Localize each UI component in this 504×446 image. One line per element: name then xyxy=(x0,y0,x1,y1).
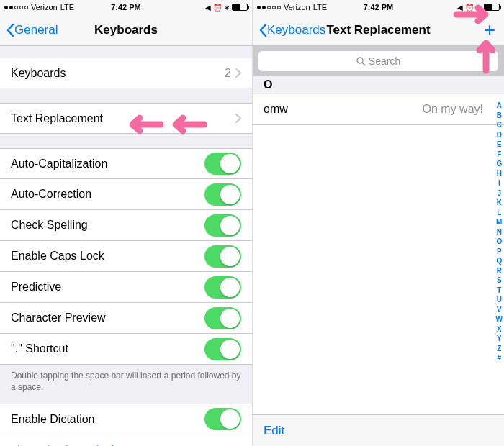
enable-dictation-cell[interactable]: Enable Dictation xyxy=(0,404,252,434)
search-placeholder: Search xyxy=(369,55,400,67)
index-letter[interactable]: S xyxy=(496,276,503,286)
index-letter[interactable]: F xyxy=(496,150,503,160)
bluetooth-icon: ∗ xyxy=(224,4,230,12)
toggle-switch[interactable] xyxy=(204,276,241,299)
index-letter[interactable]: E xyxy=(496,140,503,150)
index-letter[interactable]: G xyxy=(496,159,503,169)
index-letter[interactable]: X xyxy=(496,324,503,334)
chevron-left-icon xyxy=(258,23,267,37)
toggle-switch[interactable] xyxy=(204,338,241,360)
nav-bar: General Keyboards xyxy=(0,14,252,46)
index-letter[interactable]: B xyxy=(496,111,503,121)
index-letter[interactable]: R xyxy=(496,266,503,276)
cell-label: Auto-Correction xyxy=(11,188,204,201)
index-letter[interactable]: K xyxy=(496,198,503,208)
search-bar-container: Search xyxy=(253,46,504,76)
cell-label: Enable Caps Lock xyxy=(11,250,204,263)
auto-capitalization-cell[interactable]: Auto-Capitalization xyxy=(0,148,252,179)
character-preview-cell[interactable]: Character Preview xyxy=(0,303,252,334)
screen-keyboards: Verizon LTE 7:42 PM ◀ ⏰ ∗ General Keyboa… xyxy=(0,0,252,446)
status-bar: Verizon LTE 7:42 PM ◀ ⏰ ∗ xyxy=(0,0,252,14)
page-title: Keyboards xyxy=(94,23,158,37)
clock: 7:42 PM xyxy=(364,3,394,12)
cell-label: Predictive xyxy=(11,281,204,293)
predictive-cell[interactable]: Predictive xyxy=(0,272,252,303)
toggle-switch[interactable] xyxy=(204,408,241,430)
page-title: Text Replacement xyxy=(326,23,430,37)
keyboards-cell[interactable]: Keyboards 2 xyxy=(0,58,252,88)
about-dictation-link[interactable]: About Dictation and Privacy… xyxy=(0,434,252,446)
index-letter[interactable]: Z xyxy=(496,344,503,354)
annotation-arrow-icon xyxy=(474,35,498,74)
chevron-right-icon xyxy=(235,114,241,123)
shortcut-text: omw xyxy=(264,103,288,116)
index-letter[interactable]: J xyxy=(496,188,503,199)
search-icon xyxy=(356,57,366,66)
search-input[interactable]: Search xyxy=(258,51,498,71)
enable-caps-lock-cell[interactable]: Enable Caps Lock xyxy=(0,241,252,272)
carrier-label: Verizon xyxy=(284,3,310,12)
auto-correction-cell[interactable]: Auto-Correction xyxy=(0,179,252,210)
chevron-left-icon xyxy=(6,23,14,37)
cell-label: "." Shortcut xyxy=(11,342,204,355)
alarm-icon: ⏰ xyxy=(213,4,222,12)
cell-label: Check Spelling xyxy=(11,219,204,232)
battery-icon xyxy=(232,4,248,11)
phrase-text: On my way! xyxy=(423,103,483,116)
network-label: LTE xyxy=(60,3,74,12)
clock: 7:42 PM xyxy=(111,3,141,12)
section-header: O xyxy=(253,76,504,94)
svg-line-1 xyxy=(362,63,365,65)
edit-button[interactable]: Edit xyxy=(264,424,284,438)
replacement-row[interactable]: omw On my way! xyxy=(253,94,504,125)
index-letter[interactable]: H xyxy=(496,169,503,179)
index-letter[interactable]: W xyxy=(496,314,503,324)
index-letter[interactable]: L xyxy=(496,208,503,218)
toggle-switch[interactable] xyxy=(204,183,241,206)
carrier-label: Verizon xyxy=(31,3,58,12)
signal-dots-icon xyxy=(257,6,281,9)
index-letter[interactable]: I xyxy=(496,178,503,188)
index-letter[interactable]: T xyxy=(496,286,503,296)
screen-text-replacement: Verizon LTE 7:42 PM ◀ ⏰ ∗ Keyboards Text… xyxy=(252,0,504,446)
index-letter[interactable]: Y xyxy=(496,334,503,344)
annotation-arrow-icon xyxy=(124,114,163,135)
cell-label: Character Preview xyxy=(11,311,204,324)
annotation-arrow-icon xyxy=(452,0,495,29)
index-letter[interactable]: V xyxy=(496,305,503,315)
signal-dots-icon xyxy=(4,6,28,9)
location-icon: ◀ xyxy=(205,4,211,12)
cell-value: 2 xyxy=(225,67,231,80)
chevron-right-icon xyxy=(235,68,241,78)
back-label: General xyxy=(14,23,58,37)
index-letter[interactable]: N xyxy=(496,227,503,237)
toggle-switch[interactable] xyxy=(204,307,241,329)
index-letter[interactable]: O xyxy=(496,237,503,247)
empty-list-area xyxy=(253,125,504,414)
network-label: LTE xyxy=(313,3,327,12)
index-letter[interactable]: D xyxy=(496,130,503,140)
toggle-switch[interactable] xyxy=(204,245,241,268)
alphabet-index[interactable]: ABCDEFGHIJKLMNOPQRSTUVWXYZ# xyxy=(496,101,503,363)
toggle-switch[interactable] xyxy=(204,214,241,237)
index-letter[interactable]: A xyxy=(496,101,503,111)
check-spelling-cell[interactable]: Check Spelling xyxy=(0,210,252,241)
index-letter[interactable]: P xyxy=(496,247,503,257)
toolbar: Edit xyxy=(253,414,504,446)
group-footer: Double tapping the space bar will insert… xyxy=(0,365,252,398)
back-button[interactable]: General xyxy=(6,23,58,37)
cell-label: Keyboards xyxy=(11,67,225,80)
index-letter[interactable]: Q xyxy=(496,256,503,266)
annotation-arrow-icon xyxy=(167,114,207,135)
back-label: Keyboards xyxy=(267,23,325,37)
index-letter[interactable]: C xyxy=(496,120,503,130)
cell-label: Auto-Capitalization xyxy=(11,158,204,170)
index-letter[interactable]: U xyxy=(496,295,503,305)
edit-label: Edit xyxy=(264,424,284,437)
cell-label: Enable Dictation xyxy=(11,413,204,426)
index-letter[interactable]: # xyxy=(496,353,503,363)
period-shortcut-cell[interactable]: "." Shortcut xyxy=(0,334,252,365)
index-letter[interactable]: M xyxy=(496,217,503,227)
back-button[interactable]: Keyboards xyxy=(258,23,325,37)
toggle-switch[interactable] xyxy=(204,153,241,175)
